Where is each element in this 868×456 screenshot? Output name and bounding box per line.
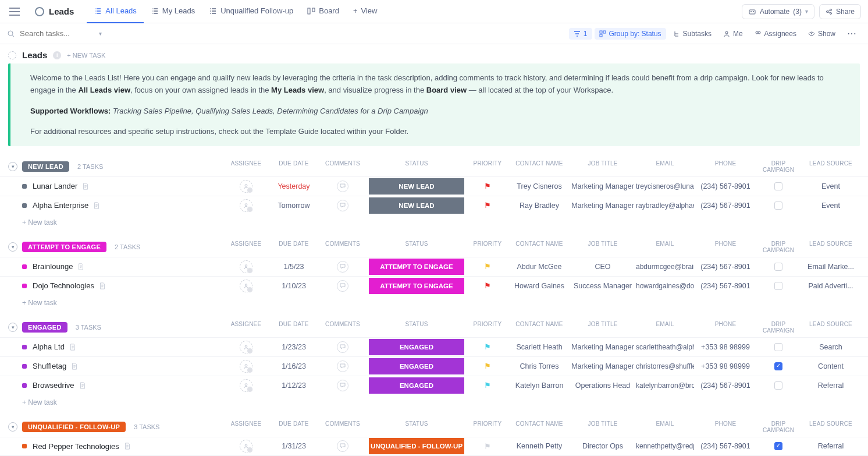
email-cell[interactable]: treycisneros@lunarla [634, 182, 696, 190]
column-header[interactable]: ASSIGNEE [225, 420, 268, 433]
task-row[interactable]: Lunar Lander Yesterday NEW LEAD ⚑ Trey C… [0, 176, 868, 196]
priority-cell[interactable]: ⚑ [468, 442, 507, 451]
subtasks-chip[interactable]: Subtasks [668, 28, 716, 40]
source-cell[interactable]: Search [802, 343, 860, 351]
due-date-cell[interactable]: 1/31/23 [268, 442, 320, 450]
task-name[interactable]: Browsedrive [33, 381, 225, 390]
task-row[interactable]: Dojo Technologies 1/10/23 ATTEMPT TO ENG… [0, 276, 868, 295]
tab-all-leads[interactable]: All Leads [87, 0, 143, 23]
new-task-button[interactable]: + New task [0, 215, 868, 227]
flag-icon[interactable]: ⚑ [484, 182, 491, 190]
source-cell[interactable]: Content [802, 362, 860, 370]
collapse-icon[interactable]: ▾ [8, 323, 17, 332]
job-title-cell[interactable]: Marketing Manager [571, 182, 634, 190]
assignee-cell[interactable] [225, 440, 268, 453]
due-date-cell[interactable]: Tomorrow [268, 202, 320, 210]
more-icon[interactable]: ⋯ [842, 28, 861, 39]
due-date-cell[interactable]: Yesterday [268, 182, 320, 190]
collapse-icon[interactable]: ▾ [8, 162, 17, 171]
column-header[interactable]: PHONE [696, 160, 755, 173]
task-row[interactable]: Browsedrive 1/12/23 ENGAGED ⚑ Katelyn Ba… [0, 376, 868, 395]
task-row[interactable]: Alpha Enterprise Tomorrow NEW LEAD ⚑ Ray… [0, 196, 868, 215]
column-header[interactable]: EMAIL [634, 241, 696, 253]
column-header[interactable]: EMAIL [634, 160, 696, 173]
column-header[interactable]: PHONE [696, 420, 755, 433]
column-header[interactable]: STATUS [365, 160, 468, 173]
column-header[interactable]: ASSIGNEE [225, 321, 268, 334]
phone-cell[interactable]: (234) 567-8901 [696, 202, 755, 210]
checkbox[interactable] [774, 381, 782, 390]
task-name[interactable]: Dojo Technologies [33, 281, 225, 290]
assignee-cell[interactable] [225, 180, 268, 193]
source-cell[interactable]: Email Marke... [802, 263, 860, 271]
flag-icon[interactable]: ⚑ [484, 201, 491, 210]
groupby-chip[interactable]: Group by: Status [595, 28, 666, 40]
due-date-cell[interactable]: 1/16/23 [268, 362, 320, 370]
job-title-cell[interactable]: Success Manager [571, 282, 634, 290]
drip-cell[interactable] [755, 263, 802, 271]
drip-cell[interactable] [755, 362, 802, 370]
column-header[interactable]: LEAD SOURCE [802, 160, 860, 173]
new-task-button[interactable]: + New task [0, 395, 868, 406]
column-header[interactable]: JOB TITLE [571, 420, 634, 433]
status-cell[interactable]: UNQUALIFIED - FOLLOW-UP [365, 438, 468, 454]
column-header[interactable]: STATUS [365, 420, 468, 433]
flag-icon[interactable]: ⚑ [484, 362, 491, 370]
assignee-cell[interactable] [225, 360, 268, 373]
email-cell[interactable]: christorres@shufflet [634, 362, 696, 370]
contact-cell[interactable]: Howard Gaines [507, 282, 571, 290]
group-status-badge[interactable]: ENGAGED [22, 322, 67, 333]
task-row[interactable]: Shuffletag 1/16/23 ENGAGED ⚑ Chris Torre… [0, 356, 868, 376]
me-chip[interactable]: Me [718, 28, 748, 40]
email-cell[interactable]: scarlettheath@alphal [634, 343, 696, 351]
task-name[interactable]: Lunar Lander [33, 182, 225, 190]
checkbox[interactable] [774, 343, 782, 351]
email-cell[interactable]: raybradley@alphaent [634, 202, 696, 210]
status-bullet[interactable] [22, 264, 27, 269]
tab-unqualified[interactable]: Unqualified Follow-up [202, 0, 300, 23]
description-icon[interactable] [124, 443, 131, 450]
email-cell[interactable]: katelynbarron@brows [634, 381, 696, 390]
workspace-title[interactable]: Leads [30, 4, 79, 19]
column-header[interactable]: STATUS [365, 241, 468, 253]
priority-cell[interactable]: ⚑ [468, 281, 507, 290]
info-icon[interactable]: i [53, 51, 61, 59]
status-cell[interactable]: ENGAGED [365, 358, 468, 374]
column-header[interactable]: CONTACT NAME [507, 420, 571, 433]
contact-cell[interactable]: Chris Torres [507, 362, 571, 370]
task-row[interactable]: Red Pepper Technologies 1/31/23 UNQUALIF… [0, 437, 868, 456]
flag-icon[interactable]: ⚑ [484, 381, 491, 390]
checkbox[interactable] [774, 362, 782, 370]
phone-cell[interactable]: +353 98 98999 [696, 362, 755, 370]
task-name[interactable]: Alpha Ltd [33, 342, 225, 351]
column-header[interactable]: LEAD SOURCE [802, 420, 860, 433]
status-cell[interactable]: ENGAGED [365, 339, 468, 355]
due-date-cell[interactable]: 1/5/23 [268, 263, 320, 271]
collapse-icon[interactable]: ▾ [8, 242, 17, 252]
column-header[interactable]: COMMENTS [320, 160, 365, 173]
comments-cell[interactable] [320, 181, 365, 192]
description-icon[interactable] [77, 263, 84, 270]
column-header[interactable]: DRIP CAMPAIGN [755, 160, 802, 173]
phone-cell[interactable]: (234) 567-8901 [696, 182, 755, 190]
column-header[interactable]: PRIORITY [468, 420, 507, 433]
email-cell[interactable]: howardgaines@dojot [634, 282, 696, 290]
status-cell[interactable]: ATTEMPT TO ENGAGE [365, 278, 468, 294]
column-header[interactable]: DRIP CAMPAIGN [755, 321, 802, 334]
chevron-down-icon[interactable]: ▾ [99, 30, 102, 37]
checkbox[interactable] [774, 182, 782, 190]
drip-cell[interactable] [755, 182, 802, 190]
assignees-chip[interactable]: Assignees [750, 28, 801, 40]
column-header[interactable]: CONTACT NAME [507, 321, 571, 334]
column-header[interactable]: STATUS [365, 321, 468, 334]
comments-cell[interactable] [320, 360, 365, 372]
priority-cell[interactable]: ⚑ [468, 262, 507, 271]
column-header[interactable]: DUE DATE [268, 420, 320, 433]
phone-cell[interactable]: (234) 567-8901 [696, 263, 755, 271]
column-header[interactable]: JOB TITLE [571, 160, 634, 173]
comments-cell[interactable] [320, 200, 365, 211]
job-title-cell[interactable]: Operations Head [571, 381, 634, 390]
task-name[interactable]: Shuffletag [33, 362, 225, 370]
contact-cell[interactable]: Katelyn Barron [507, 381, 571, 390]
drip-cell[interactable] [755, 381, 802, 390]
